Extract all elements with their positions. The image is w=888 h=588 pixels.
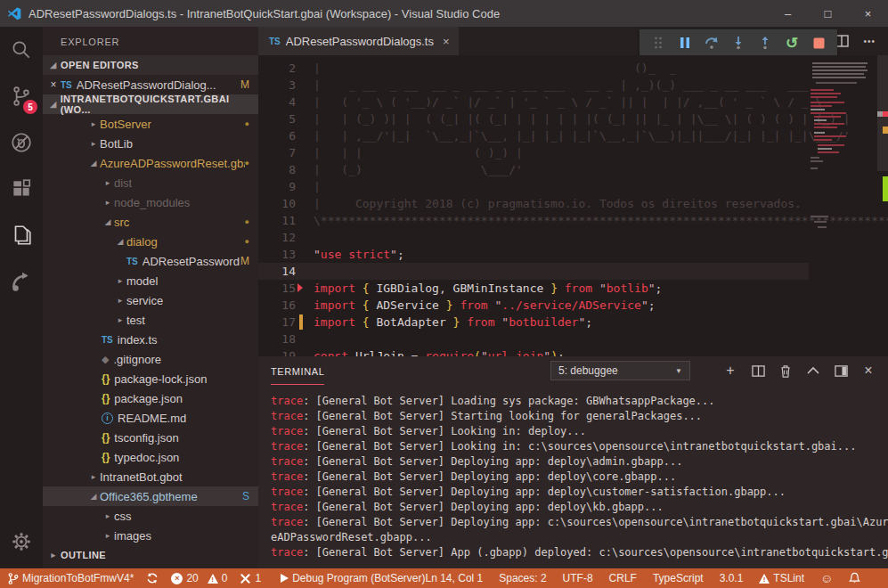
tslint-item[interactable]: ! TSLint: [759, 572, 804, 584]
kill-terminal-icon[interactable]: [778, 363, 793, 378]
tree-item[interactable]: TSADResetPasswordDial...M: [43, 251, 258, 271]
code-line[interactable]: 11\*************************************…: [258, 212, 809, 229]
explorer-pages-icon[interactable]: [0, 212, 43, 258]
restart-icon[interactable]: ↺: [782, 33, 802, 53]
code-line[interactable]: 3| _ __ _ __ __ _ __ _ _ __ ___ __ _ | ,…: [258, 77, 809, 94]
split-terminal-icon[interactable]: [751, 363, 765, 378]
settings-gear-icon[interactable]: [0, 519, 43, 565]
terminal-tab[interactable]: TERMINAL: [271, 356, 324, 385]
code-editor[interactable]: 2| ()_ _3| _ __ _ __ __ _ __ _ _ __ ___ …: [258, 55, 888, 356]
close-panel-icon[interactable]: ×: [861, 363, 876, 378]
close-button[interactable]: ×: [848, 0, 888, 27]
minimize-button[interactable]: –: [768, 0, 808, 27]
sync-icon[interactable]: [146, 572, 159, 584]
tree-item[interactable]: ◆.gitignore: [43, 349, 258, 369]
code-line[interactable]: 17import { BotAdapter } from "botbuilder…: [258, 314, 809, 331]
tree-item[interactable]: {}package.json: [43, 388, 258, 408]
code-line[interactable]: 8| (_) \___/': [258, 161, 809, 178]
code-line[interactable]: 16import { ADService } from "../service/…: [258, 297, 809, 314]
git-branch-item[interactable]: MigrationToBotFmwV4*: [7, 572, 134, 585]
close-icon[interactable]: ×: [46, 78, 61, 91]
code-line[interactable]: 6| | ,__/'|_| `\__,_|`\__, |_| |_| |_|`\…: [258, 127, 809, 144]
open-editor-item[interactable]: × TS ADResetPasswordDialog... M: [43, 75, 258, 94]
code-line[interactable]: 7| | | ( )_) |: [258, 144, 809, 161]
tree-item[interactable]: ▸test: [43, 310, 258, 330]
chevron-right-icon: ▸: [102, 511, 114, 520]
chevron-right-icon: ▸: [87, 139, 100, 148]
code-line[interactable]: 13"use strict";: [258, 246, 809, 263]
move-panel-icon[interactable]: [834, 363, 848, 378]
tree-item[interactable]: ▸BotLib: [43, 134, 258, 153]
stop-icon[interactable]: [809, 33, 828, 53]
chevron-down-icon: ◢: [102, 217, 114, 226]
encoding[interactable]: UTF-8: [563, 572, 593, 584]
code-line[interactable]: 10| Copyright 2018 (c) pragmatismo.io. T…: [258, 195, 809, 212]
notifications-bell-icon[interactable]: [849, 572, 860, 584]
maximize-panel-icon[interactable]: [806, 363, 820, 378]
extensions-icon[interactable]: [0, 166, 43, 212]
tasks-item[interactable]: 1: [240, 572, 261, 584]
language-mode[interactable]: TypeScript: [653, 572, 704, 584]
tree-item[interactable]: {}tsconfig.json: [43, 428, 258, 447]
window-title: ADResetPasswordDialogs.ts - IntranetBotQ…: [29, 7, 500, 20]
tree-item[interactable]: ▸service: [43, 290, 258, 310]
tree-item[interactable]: ◢AzureADPasswordReset.gba...●: [43, 153, 258, 173]
workspace-header[interactable]: ◢ INTRANETBOTQUICKSTART.GBAI (WO...: [43, 94, 258, 114]
tree-item[interactable]: {}typedoc.json: [43, 447, 258, 467]
code-line[interactable]: 19const UrlJoin = require("url-join");: [258, 347, 809, 356]
cursor-position[interactable]: Ln 14, Col 1: [426, 572, 484, 584]
toolbar-drag-handle[interactable]: [648, 33, 668, 53]
tree-item[interactable]: iREADME.md: [43, 408, 258, 428]
terminal-line: trace: [General Bot Server] Deploying ap…: [271, 485, 888, 500]
tab-adresetpassworddialogs[interactable]: TS ADResetPasswordDialogs.ts ×: [258, 27, 459, 55]
debug-icon[interactable]: [0, 119, 43, 166]
chevron-right-icon: ▸: [102, 198, 114, 207]
step-over-icon[interactable]: [702, 33, 721, 53]
tree-item-label: README.md: [118, 412, 186, 425]
minimap[interactable]: [809, 55, 877, 356]
code-line[interactable]: 14: [258, 263, 809, 280]
terminal-output: trace: [General Bot Server] Loading sys …: [258, 385, 888, 560]
tree-item[interactable]: ▸images: [43, 526, 258, 545]
tab-close-icon[interactable]: ×: [443, 35, 450, 48]
tree-item[interactable]: ▸IntranetBot.gbot: [43, 467, 258, 486]
code-line[interactable]: 5| | (_) )| | ( (_| |( (_| | | | | | |( …: [258, 110, 809, 127]
code-line[interactable]: 9|: [258, 178, 809, 195]
tree-item[interactable]: {}package-lock.json: [43, 369, 258, 388]
code-line[interactable]: 15import { IGBDialog, GBMinInstance } fr…: [258, 280, 809, 297]
breakpoint-arrow-icon: [297, 283, 303, 292]
search-icon[interactable]: [0, 27, 43, 73]
maximize-button[interactable]: □: [808, 0, 848, 27]
open-editors-header[interactable]: ◢ OPEN EDITORS: [43, 55, 258, 75]
tree-item[interactable]: ▸node_modules: [43, 192, 258, 212]
eol-sequence[interactable]: CRLF: [609, 572, 637, 584]
code-line[interactable]: 4| ( '_ \ ( '__)/ _` |/ _` | '_ ` _ \ / …: [258, 94, 809, 110]
explorer-sidebar: EXPLORER ◢ OPEN EDITORS × TS ADResetPass…: [43, 27, 258, 568]
ts-version[interactable]: 3.0.1: [720, 572, 744, 584]
pause-icon[interactable]: [675, 33, 695, 53]
code-line[interactable]: 12: [258, 229, 809, 246]
debug-program-item[interactable]: Debug Program (BotServer): [281, 572, 425, 584]
feedback-smiley-icon[interactable]: ☺: [820, 571, 833, 585]
step-out-icon[interactable]: [755, 33, 775, 53]
new-terminal-icon[interactable]: +: [723, 363, 737, 378]
tree-item[interactable]: ◢src●: [43, 212, 258, 232]
chevron-right-icon: ▸: [102, 531, 114, 540]
tree-item[interactable]: ▸model: [43, 271, 258, 290]
source-control-icon[interactable]: 5: [0, 73, 43, 119]
indentation[interactable]: Spaces: 2: [499, 572, 546, 584]
tree-item[interactable]: ▸dist: [43, 173, 258, 192]
terminal-select[interactable]: 5: debuggee ▼: [550, 361, 690, 380]
outline-header[interactable]: ▸ OUTLINE: [43, 545, 258, 565]
tree-item[interactable]: ▸BotServer●: [43, 114, 258, 134]
share-icon[interactable]: [0, 258, 43, 305]
tree-item[interactable]: ◢dialog●: [43, 232, 258, 251]
more-actions-icon[interactable]: •••: [863, 37, 876, 46]
step-into-icon[interactable]: [729, 33, 748, 53]
problems-item[interactable]: × 20 ! 0: [171, 572, 227, 584]
code-line[interactable]: 18: [258, 331, 809, 347]
tree-item[interactable]: TSindex.ts: [43, 330, 258, 349]
tree-item[interactable]: ◢Office365.gbthemeS: [43, 486, 258, 506]
code-line[interactable]: 2| ()_ _: [258, 60, 809, 77]
tree-item[interactable]: ▸css: [43, 506, 258, 526]
